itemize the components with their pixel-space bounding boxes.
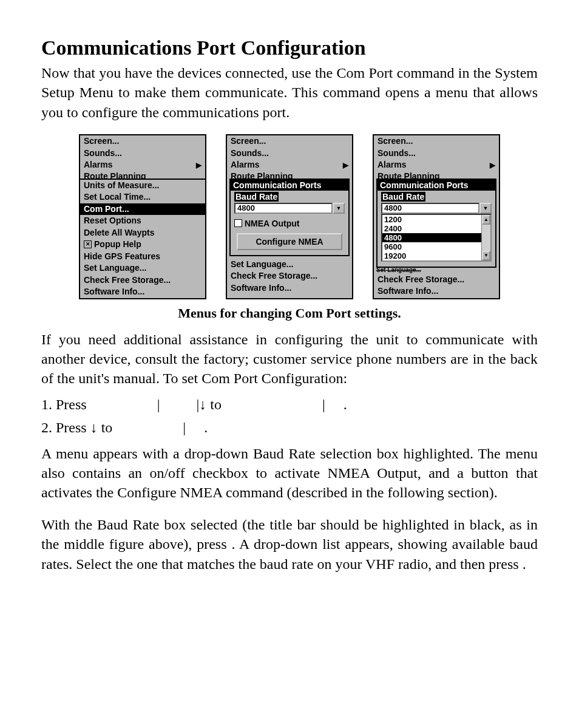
menu-panel-2: Screen... Sounds... Alarms▶ Route Planni… — [226, 134, 353, 299]
comm-ports-subpanel: Communication Ports Baud Rate 4800 ▼ NME… — [229, 179, 350, 256]
menu-item-alarms[interactable]: Alarms▶ — [374, 159, 499, 171]
baud-option-4800[interactable]: 4800 — [382, 233, 481, 242]
menu-item-hide-gps[interactable]: Hide GPS Features — [80, 251, 205, 263]
step-2: 2. Press ↓ to |. — [41, 418, 538, 437]
baud-rate-label: Baud Rate — [381, 192, 425, 202]
subpanel-title: Communication Ports — [378, 180, 495, 191]
dropdown-arrow-icon[interactable]: ▼ — [333, 203, 345, 214]
menu-item-set-language[interactable]: Set Language... — [227, 259, 352, 271]
steps-block: 1. Press ||↓ to |. 2. Press ↓ to |. — [41, 395, 538, 438]
menu-item-com-port[interactable]: Com Port... — [80, 203, 205, 216]
paragraph-menu-description: A menu appears with a drop-down Baud Rat… — [41, 444, 538, 503]
figure-row: Screen... Sounds... Alarms▶ Route Planni… — [41, 134, 538, 299]
baud-rate-value: 4800 — [381, 203, 479, 214]
subpanel-title: Communication Ports — [231, 180, 348, 191]
menu-item-units[interactable]: Units of Measure... — [80, 180, 205, 192]
menu-item-check-storage[interactable]: Check Free Storage... — [227, 270, 352, 282]
menu-item-sounds[interactable]: Sounds... — [374, 148, 499, 160]
menu-item-software-info[interactable]: Software Info... — [374, 285, 499, 298]
menu-item-route-clipped: Route Planning — [80, 171, 205, 179]
page-title: Communications Port Configuration — [41, 36, 538, 60]
baud-option-19200[interactable]: 19200 — [382, 251, 481, 260]
menu-item-screen[interactable]: Screen... — [80, 135, 205, 148]
baud-option-9600[interactable]: 9600 — [382, 242, 481, 251]
submenu-arrow-icon: ▶ — [490, 162, 495, 169]
intro-paragraph: Now that you have the devices connected,… — [41, 63, 538, 122]
menu-item-set-language[interactable]: Set Language... — [80, 262, 205, 274]
scroll-up-icon[interactable]: ▲ — [482, 215, 490, 225]
checkbox-empty-icon — [234, 219, 242, 227]
menu-item-software-info[interactable]: Software Info... — [227, 282, 352, 294]
menu-item-check-storage[interactable]: Check Free Storage... — [80, 274, 205, 287]
menu-item-reset-options[interactable]: Reset Options — [80, 215, 205, 227]
scroll-track[interactable] — [482, 225, 490, 251]
menu-item-software-info[interactable]: Software Info... — [80, 286, 205, 298]
paragraph-assistance: If you need additional assistance in con… — [41, 330, 538, 389]
baud-rate-label: Baud Rate — [234, 192, 279, 202]
step-1: 1. Press ||↓ to |. — [41, 395, 538, 414]
menu-panel-1: Screen... Sounds... Alarms▶ Route Planni… — [79, 134, 206, 299]
submenu-arrow-icon: ▶ — [343, 162, 348, 169]
menu-item-set-language-clipped: Set Language... — [374, 267, 499, 274]
configure-nmea-button[interactable]: Configure NMEA — [237, 233, 342, 250]
nmea-output-checkbox[interactable]: NMEA Output — [234, 219, 345, 228]
baud-rate-value: 4800 — [234, 203, 333, 214]
scrollbar[interactable]: ▲ ▼ — [481, 215, 490, 260]
menu-panel-3: Screen... Sounds... Alarms▶ Route Planni… — [373, 134, 500, 299]
comm-ports-subpanel: Communication Ports Baud Rate 4800 ▼ 120… — [376, 179, 496, 268]
menu-item-screen[interactable]: Screen... — [227, 135, 352, 148]
figure-caption: Menus for changing Com Port settings. — [41, 305, 538, 321]
menu-item-alarms[interactable]: Alarms▶ — [227, 159, 352, 171]
baud-rate-dropdown[interactable]: 4800 ▼ — [234, 203, 345, 214]
baud-option-1200[interactable]: 1200 — [382, 215, 481, 224]
menu-item-route-clipped: Route Planning — [374, 171, 499, 179]
dropdown-arrow-icon[interactable]: ▼ — [479, 203, 492, 214]
menu-item-sounds[interactable]: Sounds... — [227, 148, 352, 160]
menu-item-alarms[interactable]: Alarms▶ — [80, 159, 205, 171]
baud-rate-dropdown[interactable]: 4800 ▼ — [381, 203, 492, 214]
checkbox-checked-icon: ✕ — [84, 240, 92, 248]
menu-item-set-local-time[interactable]: Set Local Time... — [80, 191, 205, 203]
baud-option-2400[interactable]: 2400 — [382, 224, 481, 233]
menu-item-delete-waypts[interactable]: Delete All Waypts — [80, 227, 205, 239]
menu-item-route-clipped: Route Planning — [227, 171, 352, 179]
nmea-output-label: NMEA Output — [245, 219, 299, 228]
scroll-down-icon[interactable]: ▼ — [482, 251, 490, 260]
paragraph-baud-instructions: With the Baud Rate box selected (the tit… — [41, 515, 538, 574]
baud-rate-list[interactable]: 1200 2400 4800 9600 19200 ▲ ▼ — [381, 214, 492, 262]
submenu-arrow-icon: ▶ — [196, 162, 201, 169]
menu-item-popup-help[interactable]: ✕Popup Help — [80, 239, 205, 251]
menu-item-check-storage[interactable]: Check Free Storage... — [374, 274, 499, 286]
menu-item-screen[interactable]: Screen... — [374, 135, 499, 148]
menu-item-sounds[interactable]: Sounds... — [80, 148, 205, 160]
